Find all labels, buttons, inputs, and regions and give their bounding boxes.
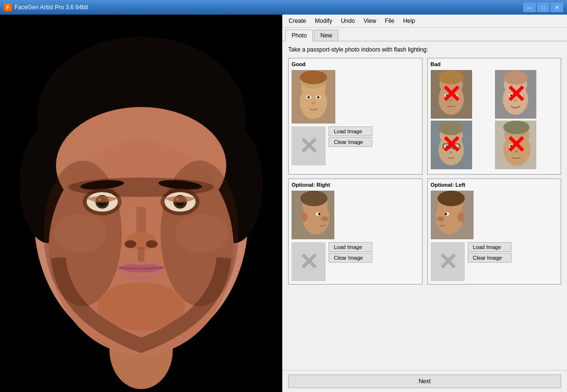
svg-point-72 [455, 145, 457, 147]
good-clear-image-button[interactable]: Clear Image [329, 137, 372, 147]
app-icon: F [4, 3, 12, 11]
menu-view[interactable]: View [359, 16, 381, 26]
top-section-row: Good [288, 58, 561, 175]
svg-point-85 [321, 216, 329, 221]
good-upload-buttons: Load Image Clear Image [329, 126, 372, 147]
svg-point-42 [317, 96, 320, 99]
bad-photo-3: ✕ [431, 121, 472, 169]
svg-point-28 [146, 240, 158, 248]
svg-point-50 [446, 94, 448, 96]
app-title: FaceGen Artist Pro 3.6 64bit [15, 4, 88, 11]
title-bar-controls: — □ ✕ [523, 2, 563, 12]
menu-bar: Create Modify Undo View File Help [282, 15, 567, 28]
svg-point-93 [437, 216, 444, 221]
title-bar: F FaceGen Artist Pro 3.6 64bit — □ ✕ [0, 0, 567, 15]
svg-point-95 [444, 213, 447, 215]
svg-point-27 [125, 240, 136, 248]
menu-help[interactable]: Help [399, 16, 420, 26]
good-x-placeholder: ✕ [292, 126, 326, 165]
svg-point-96 [457, 212, 464, 222]
good-upload-row: ✕ Load Image Clear Image [292, 126, 419, 165]
optional-right-load-button[interactable]: Load Image [329, 242, 372, 252]
svg-rect-29 [138, 247, 145, 262]
maximize-button[interactable]: □ [537, 2, 549, 12]
face-panel: www.facegen.com [0, 15, 282, 392]
optional-sections: Optional: Right [288, 178, 561, 285]
optional-left-x-placeholder: ✕ [431, 242, 465, 281]
minimize-button[interactable]: — [523, 2, 536, 12]
svg-rect-25 [136, 207, 146, 236]
svg-point-79 [510, 145, 512, 147]
menu-create[interactable]: Create [284, 16, 311, 26]
svg-point-61 [514, 99, 517, 102]
close-button[interactable]: ✕ [550, 2, 563, 12]
optional-left-group: Optional: Left [427, 178, 562, 285]
menu-modify[interactable]: Modify [311, 16, 336, 26]
optional-left-upload-buttons: Load Image Clear Image [468, 242, 512, 263]
instruction-text: Take a passport-style photo indoors with… [288, 46, 561, 53]
bad-photo-grid: ✕ [431, 70, 558, 169]
svg-point-56 [503, 71, 528, 85]
good-load-image-button[interactable]: Load Image [329, 126, 372, 136]
tab-bar: Photo New [282, 28, 567, 41]
optional-right-label: Optional: Right [292, 182, 419, 188]
svg-point-47 [439, 71, 464, 84]
optional-right-upload-row: ✕ Load Image Clear Image [292, 242, 419, 281]
tab-new[interactable]: New [314, 30, 338, 41]
bad-label: Bad [431, 61, 558, 67]
next-bar: Next [282, 370, 567, 392]
svg-point-71 [446, 145, 448, 147]
svg-point-84 [300, 191, 328, 206]
svg-point-51 [455, 94, 457, 96]
tab-photo[interactable]: Photo [285, 30, 313, 41]
bad-photo-2: ✕ [495, 70, 536, 119]
right-panel: Create Modify Undo View File Help Photo … [282, 15, 567, 392]
optional-right-group: Optional: Right [288, 178, 422, 285]
optional-left-upload-row: ✕ Load Image Clear Image [431, 242, 558, 281]
optional-right-upload-buttons: Load Image Clear Image [329, 242, 372, 263]
svg-point-80 [515, 150, 518, 153]
good-section: Good [288, 58, 422, 175]
optional-left-photo [431, 191, 474, 239]
menu-undo[interactable]: Undo [336, 16, 359, 26]
optional-left-load-button[interactable]: Load Image [468, 242, 512, 252]
menu-file[interactable]: File [381, 16, 399, 26]
face-render-svg: www.facegen.com [0, 15, 282, 392]
bad-photo-4: ✕ [495, 121, 536, 169]
bad-section: Bad [427, 58, 562, 175]
svg-point-77 [503, 121, 530, 134]
svg-point-92 [438, 191, 465, 206]
svg-point-43 [311, 102, 315, 105]
title-bar-left: F FaceGen Artist Pro 3.6 64bit [4, 3, 88, 11]
svg-point-31 [175, 214, 229, 253]
svg-point-65 [439, 122, 463, 135]
main-container: www.facegen.com [0, 15, 567, 392]
svg-point-52 [449, 99, 453, 102]
svg-point-60 [519, 94, 521, 96]
svg-point-41 [308, 96, 310, 99]
good-label: Good [292, 61, 419, 67]
svg-point-59 [510, 94, 512, 96]
optional-left-label: Optional: Left [431, 182, 558, 188]
svg-point-30 [54, 214, 107, 253]
optional-right-x-placeholder: ✕ [292, 242, 326, 281]
next-button[interactable]: Next [288, 374, 561, 388]
optional-right-clear-button[interactable]: Clear Image [329, 253, 372, 263]
bad-photo-1: ✕ [431, 70, 472, 119]
svg-point-88 [301, 212, 308, 222]
optional-right-photo [292, 191, 334, 239]
svg-point-38 [300, 71, 327, 84]
svg-point-87 [318, 213, 321, 215]
good-photo [292, 70, 335, 124]
optional-left-clear-button[interactable]: Clear Image [468, 253, 512, 263]
content-area: Take a passport-style photo indoors with… [282, 41, 567, 370]
svg-point-73 [449, 151, 453, 154]
